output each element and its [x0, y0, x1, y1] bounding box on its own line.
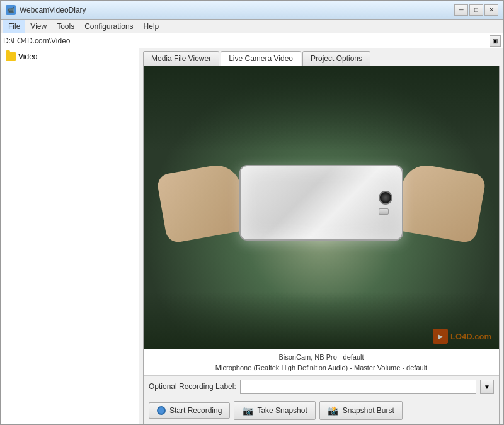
folder-icon	[6, 52, 16, 61]
snapshot-burst-label: Snapshot Burst	[343, 406, 394, 415]
tab-project-options-label: Project Options	[311, 54, 362, 63]
address-bar-button[interactable]: ▣	[490, 35, 501, 47]
recording-label-input[interactable]	[240, 380, 476, 394]
tab-content: ▶ LO4D.com BisonCam, NB Pro - default Mi…	[143, 66, 500, 424]
take-snapshot-button[interactable]: 📷 Take Snapshot	[234, 401, 315, 420]
menu-configurations[interactable]: Configurations	[79, 20, 138, 33]
camera-view: ▶ LO4D.com	[144, 66, 499, 349]
file-tree: Video	[1, 48, 139, 298]
title-bar: 📹 WebcamVideoDiary ─ □ ✕	[1, 1, 503, 20]
right-panel: Media File Viewer Live Camera Video Proj…	[139, 48, 503, 424]
menu-tools-label: Tools	[57, 22, 74, 31]
menu-tools[interactable]: Tools	[52, 20, 79, 33]
maximize-button[interactable]: □	[469, 4, 483, 16]
snapshot-burst-button[interactable]: 📸 Snapshot Burst	[319, 401, 403, 420]
app-icon: 📹	[6, 5, 16, 15]
record-dot-icon	[157, 406, 166, 415]
menu-help-label: Help	[144, 22, 159, 31]
address-bar: D:\LO4D.com\Video ▣	[1, 33, 503, 48]
camera-icon: 📷	[242, 405, 253, 416]
menu-view-label: View	[30, 22, 47, 31]
menu-help[interactable]: Help	[139, 20, 164, 33]
main-window: 📹 WebcamVideoDiary ─ □ ✕ File View Tools…	[0, 0, 504, 425]
camera-flash-icon	[379, 208, 389, 215]
hand-left	[156, 161, 249, 244]
hand-right	[394, 161, 486, 244]
burst-icon: 📸	[328, 405, 339, 416]
take-snapshot-label: Take Snapshot	[257, 406, 307, 415]
watermark-icon: ▶	[433, 329, 448, 344]
start-recording-label: Start Recording	[169, 406, 222, 415]
folder-label: Video	[18, 52, 37, 61]
tab-media-file-viewer[interactable]: Media File Viewer	[143, 51, 219, 66]
watermark-text: LO4D.com	[450, 332, 491, 341]
tab-live-camera-video-label: Live Camera Video	[229, 54, 293, 63]
close-button[interactable]: ✕	[484, 4, 498, 16]
camera-feed: ▶ LO4D.com	[144, 66, 499, 349]
buttons-row: Start Recording 📷 Take Snapshot 📸 Snapsh…	[144, 397, 499, 424]
camera-status: BisonCam, NB Pro - default Microphone (R…	[144, 349, 499, 375]
tab-live-camera-video[interactable]: Live Camera Video	[220, 51, 301, 66]
phone-camera-bump	[379, 191, 392, 215]
tabs-container: Media File Viewer Live Camera Video Proj…	[139, 48, 503, 66]
camera-lens-icon	[379, 191, 392, 205]
recording-label-row: Optional Recording Label: ▼	[144, 375, 499, 397]
menu-file-label: File	[8, 22, 20, 31]
tab-project-options[interactable]: Project Options	[302, 51, 370, 66]
left-panel-preview	[1, 298, 139, 424]
window-title: WebcamVideoDiary	[20, 6, 454, 14]
menu-view[interactable]: View	[25, 20, 52, 33]
folder-video[interactable]: Video	[3, 51, 136, 62]
window-controls: ─ □ ✕	[454, 4, 498, 16]
minimize-button[interactable]: ─	[454, 4, 468, 16]
menu-file[interactable]: File	[3, 20, 25, 33]
tab-media-file-viewer-label: Media File Viewer	[151, 54, 211, 63]
address-path: D:\LO4D.com\Video	[3, 37, 490, 45]
recording-label-dropdown[interactable]: ▼	[480, 380, 494, 394]
phone-device	[239, 165, 403, 241]
menu-bar: File View Tools Configurations Help	[1, 20, 503, 33]
left-panel: Video	[1, 48, 139, 424]
menu-configurations-label: Configurations	[84, 22, 133, 31]
recording-label-text: Optional Recording Label:	[149, 382, 236, 391]
camera-status-line2: Microphone (Realtek High Definition Audi…	[149, 363, 494, 373]
watermark: ▶ LO4D.com	[433, 329, 491, 344]
camera-status-line1: BisonCam, NB Pro - default	[149, 352, 494, 363]
start-recording-button[interactable]: Start Recording	[149, 402, 230, 419]
main-content: Video Media File Viewer Live Camera Vide…	[1, 48, 503, 424]
